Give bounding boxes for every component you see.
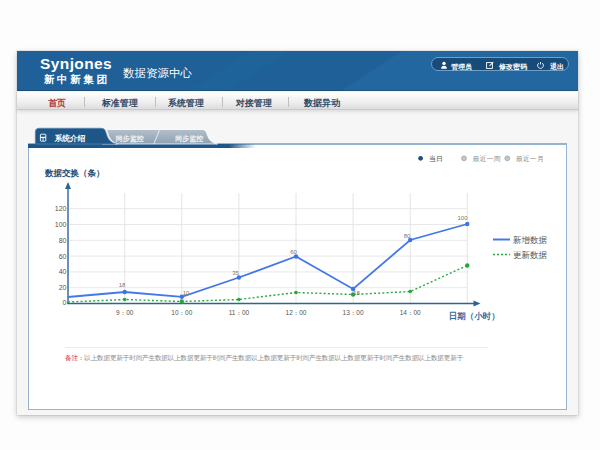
svg-text:9：00: 9：00 <box>116 309 134 316</box>
svg-text:数据交换（条）: 数据交换（条） <box>44 168 105 178</box>
svg-text:35: 35 <box>232 270 239 276</box>
svg-text:14：00: 14：00 <box>400 309 421 316</box>
svg-text:新增数据: 新增数据 <box>513 235 548 245</box>
svg-text:日期（小时）: 日期（小时） <box>449 311 500 321</box>
svg-text:系统介绍: 系统介绍 <box>54 134 85 143</box>
svg-text:18: 18 <box>119 282 126 288</box>
svg-text:最近一月: 最近一月 <box>516 155 544 163</box>
svg-text:0: 0 <box>63 299 67 306</box>
svg-text:20: 20 <box>59 284 67 291</box>
svg-text:同步监控: 同步监控 <box>116 135 144 143</box>
svg-text:60: 60 <box>290 249 297 255</box>
svg-text:10: 10 <box>183 290 190 296</box>
svg-text:100: 100 <box>55 221 67 228</box>
svg-text:最近一周: 最近一周 <box>473 155 501 162</box>
svg-text:80: 80 <box>59 237 67 244</box>
svg-text:12：00: 12：00 <box>286 309 307 316</box>
svg-text:11：00: 11：00 <box>229 309 250 316</box>
svg-text:60: 60 <box>59 253 67 260</box>
svg-text:同步监控: 同步监控 <box>175 135 203 143</box>
svg-text:80: 80 <box>404 233 411 239</box>
svg-text:当日: 当日 <box>429 155 443 163</box>
svg-text:13：00: 13：00 <box>343 309 364 316</box>
svg-text:120: 120 <box>55 205 67 212</box>
svg-text:18: 18 <box>353 290 360 296</box>
svg-text:10：00: 10：00 <box>171 309 192 316</box>
svg-text:40: 40 <box>59 268 67 275</box>
svg-text:更新数据: 更新数据 <box>513 250 548 260</box>
svg-text:100: 100 <box>457 215 468 221</box>
